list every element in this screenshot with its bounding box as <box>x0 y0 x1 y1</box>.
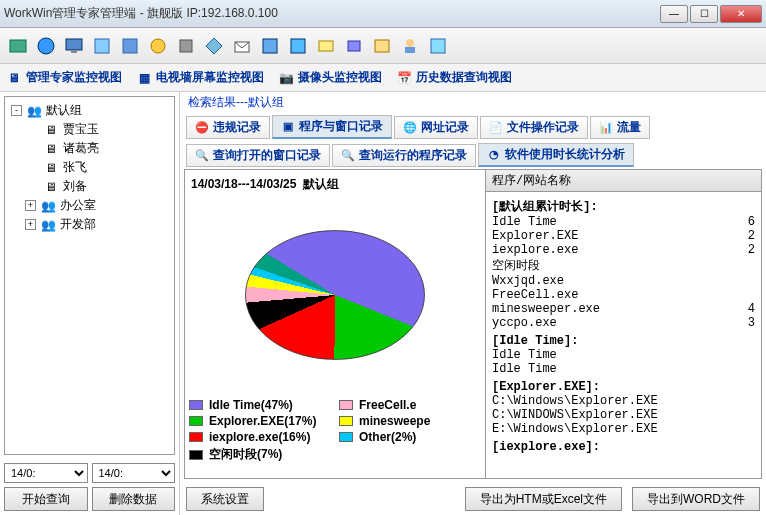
list-group-header: [Idle Time]: <box>492 334 755 348</box>
tab-label: 流量 <box>617 119 641 136</box>
view-camera[interactable]: 📷摄像头监控视图 <box>278 69 382 86</box>
settings-button[interactable]: 系统设置 <box>186 487 264 511</box>
legend-label: 空闲时段(7%) <box>209 446 282 463</box>
list-item[interactable]: FreeCell.exe <box>492 288 755 302</box>
titlebar: WorkWin管理专家管理端 - 旗舰版 IP:192.168.0.100 — … <box>0 0 766 28</box>
program-list[interactable]: 程序/网站名称 [默认组累计时长]:Idle Time6Explorer.EXE… <box>485 170 761 478</box>
minimize-button[interactable]: — <box>660 5 688 23</box>
tool-icon-8[interactable] <box>202 34 226 58</box>
tree-group[interactable]: +👥办公室 <box>9 196 170 215</box>
expand-icon[interactable]: + <box>25 200 36 211</box>
tree-label: 贾宝玉 <box>63 121 99 138</box>
collapse-icon[interactable]: - <box>11 105 22 116</box>
tab-usage-stats[interactable]: ◔软件使用时长统计分析 <box>478 143 634 167</box>
list-item[interactable]: Explorer.EXE2 <box>492 229 755 243</box>
legend-item: Explorer.EXE(17%) <box>189 413 331 429</box>
svg-point-1 <box>38 38 54 54</box>
legend-label: Other(2%) <box>359 430 416 444</box>
date-from[interactable]: 14/0: <box>4 463 88 483</box>
tree-label: 张飞 <box>63 159 87 176</box>
tab-traffic[interactable]: 📊流量 <box>590 116 650 139</box>
tool-icon-3[interactable] <box>62 34 86 58</box>
computer-icon: 🖥 <box>43 122 59 138</box>
tab-label: 违规记录 <box>213 119 261 136</box>
camera-icon: 📷 <box>278 70 294 86</box>
svg-rect-16 <box>431 39 445 53</box>
computer-tree[interactable]: - 👥 默认组 🖥贾宝玉🖥诸葛亮🖥张飞🖥刘备 +👥办公室+👥开发部 <box>4 96 175 455</box>
tool-icon-14[interactable] <box>370 34 394 58</box>
tool-icon-7[interactable] <box>174 34 198 58</box>
list-item[interactable]: iexplore.exe2 <box>492 243 755 257</box>
search-result-header: 检索结果---默认组 <box>180 92 766 113</box>
left-panel: - 👥 默认组 🖥贾宝玉🖥诸葛亮🖥张飞🖥刘备 +👥办公室+👥开发部 14/0: … <box>0 92 180 515</box>
tool-icon-6[interactable] <box>146 34 170 58</box>
legend-swatch <box>339 432 353 442</box>
tool-icon-4[interactable] <box>90 34 114 58</box>
view-monitor[interactable]: 🖥管理专家监控视图 <box>6 69 122 86</box>
list-item[interactable]: C:\WINDOWS\Explorer.EXE <box>492 408 755 422</box>
list-item[interactable]: Wxxjqd.exe <box>492 274 755 288</box>
maximize-button[interactable]: ☐ <box>690 5 718 23</box>
tab-open-windows[interactable]: 🔍查询打开的窗口记录 <box>186 144 330 167</box>
tree-computer[interactable]: 🖥刘备 <box>9 177 170 196</box>
tree-label: 刘备 <box>63 178 87 195</box>
tab-violation[interactable]: ⛔违规记录 <box>186 116 270 139</box>
tree-root[interactable]: - 👥 默认组 <box>9 101 170 120</box>
list-item[interactable]: Idle Time <box>492 362 755 376</box>
computer-icon: 🖥 <box>43 160 59 176</box>
legend-item: iexplore.exe(16%) <box>189 429 331 445</box>
tab-file-op[interactable]: 📄文件操作记录 <box>480 116 588 139</box>
pie-chart <box>245 230 425 360</box>
tab-running-programs[interactable]: 🔍查询运行的程序记录 <box>332 144 476 167</box>
expand-icon[interactable]: + <box>25 219 36 230</box>
tree-group[interactable]: +👥开发部 <box>9 215 170 234</box>
list-group-header: [Explorer.EXE]: <box>492 380 755 394</box>
tool-icon-13[interactable] <box>342 34 366 58</box>
list-item[interactable]: yccpo.exe3 <box>492 316 755 330</box>
tree-computer[interactable]: 🖥张飞 <box>9 158 170 177</box>
view-label: 摄像头监控视图 <box>298 69 382 86</box>
tool-icon-2[interactable] <box>34 34 58 58</box>
list-group-header: [iexplore.exe]: <box>492 440 755 454</box>
view-history[interactable]: 📅历史数据查询视图 <box>396 69 512 86</box>
legend-swatch <box>189 400 203 410</box>
tool-icon-5[interactable] <box>118 34 142 58</box>
tool-icon-1[interactable] <box>6 34 30 58</box>
export-html-button[interactable]: 导出为HTM或Excel文件 <box>465 487 622 511</box>
tree-label: 办公室 <box>60 197 96 214</box>
tree-computer[interactable]: 🖥贾宝玉 <box>9 120 170 139</box>
tool-icon-12[interactable] <box>314 34 338 58</box>
svg-rect-3 <box>71 50 77 53</box>
legend-label: Explorer.EXE(17%) <box>209 414 316 428</box>
legend-item: FreeCell.e <box>339 397 481 413</box>
pie-icon: ◔ <box>487 148 501 162</box>
tab-url[interactable]: 🌐网址记录 <box>394 116 478 139</box>
delete-data-button[interactable]: 删除数据 <box>92 487 176 511</box>
tool-icon-9[interactable] <box>230 34 254 58</box>
legend-label: Idle Time(47%) <box>209 398 293 412</box>
start-query-button[interactable]: 开始查询 <box>4 487 88 511</box>
tab-program-window[interactable]: ▣程序与窗口记录 <box>272 115 392 139</box>
tool-icon-11[interactable] <box>286 34 310 58</box>
tool-icon-10[interactable] <box>258 34 282 58</box>
svg-point-14 <box>406 39 414 47</box>
tool-icon-16[interactable] <box>426 34 450 58</box>
tree-computer[interactable]: 🖥诸葛亮 <box>9 139 170 158</box>
view-tvwall[interactable]: ▦电视墙屏幕监控视图 <box>136 69 264 86</box>
group-icon: 👥 <box>26 103 42 119</box>
list-item[interactable]: minesweeper.exe4 <box>492 302 755 316</box>
list-item[interactable]: 空闲时段 <box>492 257 755 274</box>
chart-icon: 📊 <box>599 120 613 134</box>
list-item[interactable]: Idle Time <box>492 348 755 362</box>
tool-icon-15[interactable] <box>398 34 422 58</box>
svg-point-6 <box>151 39 165 53</box>
export-word-button[interactable]: 导出到WORD文件 <box>632 487 760 511</box>
date-to[interactable]: 14/0: <box>92 463 176 483</box>
close-button[interactable]: ✕ <box>720 5 762 23</box>
list-item[interactable]: C:\Windows\Explorer.EXE <box>492 394 755 408</box>
list-item[interactable]: E:\Windows\Explorer.EXE <box>492 422 755 436</box>
list-item[interactable]: Idle Time6 <box>492 215 755 229</box>
tab-label: 程序与窗口记录 <box>299 118 383 135</box>
computer-icon: 🖥 <box>43 141 59 157</box>
monitor-icon: 🖥 <box>6 70 22 86</box>
